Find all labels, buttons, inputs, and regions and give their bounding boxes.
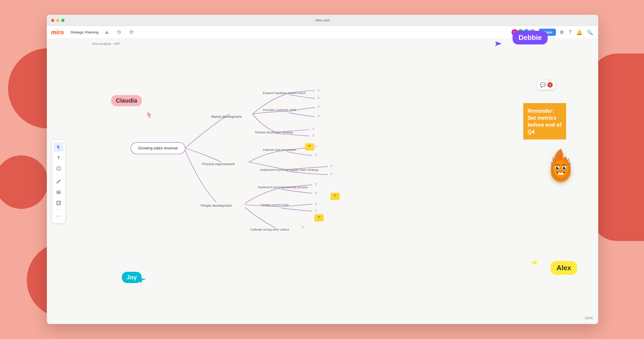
cursor-claudia: Claudia	[111, 95, 142, 106]
export-button[interactable]	[103, 28, 111, 36]
search-icon[interactable]: 🔍	[586, 28, 594, 36]
svg-text:Cultivate strong work culture: Cultivate strong work culture	[250, 228, 289, 231]
svg-text:?: ?	[317, 96, 320, 100]
more-tools[interactable]: ···	[54, 211, 63, 221]
svg-text:?: ?	[315, 202, 317, 206]
svg-text:Process improvement: Process improvement	[202, 162, 235, 166]
sticky-tool[interactable]	[54, 164, 63, 173]
svg-point-47	[556, 166, 559, 170]
tool-divider-1	[55, 175, 62, 175]
notification-badge[interactable]: 💬 3	[537, 80, 555, 89]
svg-point-48	[563, 166, 566, 170]
svg-text:Increase customer visits: Increase customer visits	[263, 108, 296, 111]
maximize-button[interactable]	[61, 19, 65, 22]
image-tool[interactable]	[54, 187, 63, 197]
comment-icon-3[interactable]	[315, 214, 324, 221]
svg-point-50	[564, 167, 565, 168]
minimize-button[interactable]	[56, 19, 59, 22]
svg-rect-33	[307, 144, 313, 148]
svg-rect-51	[558, 172, 561, 175]
comment-icon-2[interactable]	[331, 193, 340, 200]
svg-text:?: ?	[317, 114, 320, 118]
svg-text:?: ?	[312, 134, 314, 138]
chat-icon: 💬	[540, 82, 546, 88]
svg-text:People development: People development	[201, 204, 232, 208]
svg-text:Improve lean processes: Improve lean processes	[263, 148, 296, 151]
close-button[interactable]	[51, 19, 54, 22]
cursor-debbie-container: Debbie	[513, 31, 548, 44]
help-icon[interactable]: ?	[568, 28, 573, 36]
undo-button[interactable]	[115, 28, 123, 36]
svg-point-49	[557, 167, 558, 168]
svg-rect-1	[57, 191, 60, 194]
redo-button[interactable]	[127, 28, 135, 36]
svg-text:?: ?	[315, 153, 317, 157]
alex-cursor-arrow	[530, 260, 538, 267]
svg-text:Update comms tools: Update comms tools	[260, 203, 289, 206]
svg-text:?: ?	[330, 164, 332, 168]
svg-text:?: ?	[330, 172, 332, 176]
svg-text:?: ?	[315, 183, 317, 187]
traffic-lights	[51, 19, 65, 22]
svg-text:Market development: Market development	[211, 115, 242, 119]
notifications-icon[interactable]: 🔔	[575, 28, 583, 36]
text-tool[interactable]: T	[54, 153, 63, 163]
board-name[interactable]: Strategic Planning	[70, 30, 99, 34]
svg-rect-36	[332, 194, 338, 197]
frame-tool[interactable]	[54, 198, 63, 208]
badge-count: 3	[547, 82, 553, 88]
svg-text:Implement improved supply chai: Implement improved supply chain strategy	[260, 168, 319, 171]
svg-text:Growing sales revenue: Growing sales revenue	[138, 146, 178, 150]
browser-window: miro.com miro Strategic Planning M	[47, 15, 598, 324]
cursor-alex-container: Alex	[551, 261, 577, 275]
select-tool[interactable]	[54, 142, 63, 152]
title-bar: miro.com	[47, 15, 598, 26]
svg-text:?: ?	[302, 225, 304, 229]
comment-icon-1[interactable]	[305, 143, 314, 150]
svg-text:Review distribution strategy: Review distribution strategy	[255, 130, 293, 134]
url-bar[interactable]: miro.com	[315, 18, 329, 22]
emoji-fire-sticker	[545, 146, 577, 189]
svg-rect-39	[316, 215, 322, 219]
svg-rect-52	[561, 172, 563, 175]
cursor-debbie: Debbie	[513, 31, 548, 44]
svg-text:Implement personal planing pro: Implement personal planing process	[258, 185, 308, 189]
svg-rect-3	[57, 201, 60, 205]
svg-text:?: ?	[317, 89, 320, 93]
bg-decoration-circle-mid	[0, 155, 48, 209]
cursor-joy: Joy	[122, 272, 142, 283]
svg-text:?: ?	[315, 191, 317, 195]
left-sidebar-tools: T ···	[52, 140, 65, 223]
svg-text:Expand regulator market reach: Expand regulator market reach	[263, 91, 305, 95]
svg-text:?: ?	[315, 145, 317, 149]
svg-text:?: ?	[312, 127, 314, 131]
zoom-indicator: 300%	[585, 316, 593, 320]
sticky-note-text: Reminder: Set metrics before end of Q4	[528, 108, 562, 135]
pen-tool[interactable]	[54, 177, 63, 186]
svg-text:?: ?	[315, 209, 317, 213]
cursor-alex: Alex	[551, 261, 577, 275]
settings-icon[interactable]: ⚙	[559, 28, 565, 36]
canvas-area[interactable]: Pest analysis - WIP T ···	[47, 39, 598, 324]
svg-rect-4	[58, 202, 60, 204]
miro-logo[interactable]: miro	[51, 29, 64, 36]
svg-text:?: ?	[317, 105, 320, 109]
bg-decoration-squiggle-right	[590, 54, 644, 241]
sticky-note-reminder[interactable]: Reminder: Set metrics before end of Q4	[523, 103, 566, 140]
svg-rect-0	[57, 167, 60, 170]
tool-divider-2	[55, 209, 62, 210]
debbie-cursor-arrow	[494, 41, 502, 48]
claudia-cursor-arrow	[146, 111, 153, 119]
